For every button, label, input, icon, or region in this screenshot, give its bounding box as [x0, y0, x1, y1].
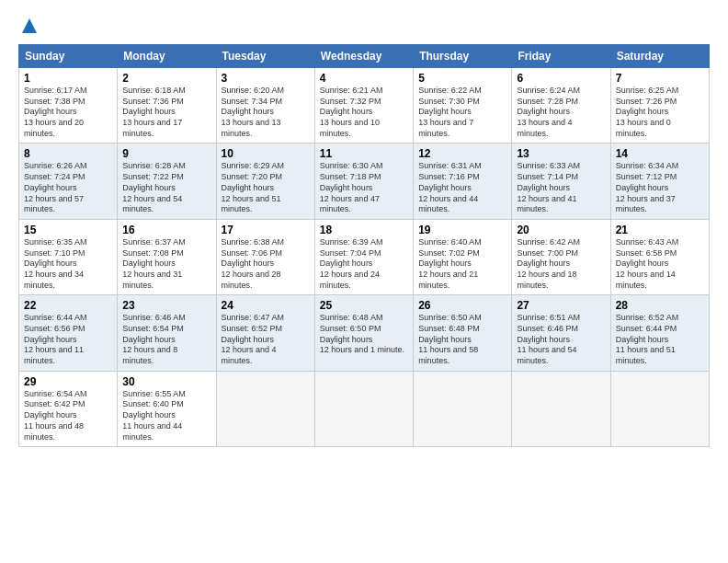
day-info: Sunrise: 6:40 AMSunset: 7:02 PMDaylight … [418, 237, 506, 291]
day-number: 3 [222, 72, 310, 85]
day-info: Sunrise: 6:50 AMSunset: 6:48 PMDaylight … [418, 313, 506, 366]
day-info: Sunrise: 6:21 AMSunset: 7:32 PMDaylight … [320, 86, 408, 139]
day-info: Sunrise: 6:46 AMSunset: 6:54 PMDaylight … [122, 313, 210, 366]
day-info: Sunrise: 6:26 AMSunset: 7:24 PMDaylight … [24, 161, 112, 214]
calendar-week-row: 15Sunrise: 6:35 AMSunset: 7:10 PMDayligh… [19, 219, 710, 294]
table-row: 6Sunrise: 6:24 AMSunset: 7:28 PMDaylight… [512, 68, 610, 144]
day-number: 13 [517, 147, 605, 160]
table-row [414, 371, 512, 446]
header-tuesday: Tuesday [216, 45, 314, 68]
day-info: Sunrise: 6:55 AMSunset: 6:40 PMDaylight … [122, 389, 210, 442]
table-row [314, 371, 413, 446]
table-row: 3Sunrise: 6:20 AMSunset: 7:34 PMDaylight… [216, 68, 314, 144]
day-number: 2 [122, 72, 210, 85]
table-row: 1Sunrise: 6:17 AMSunset: 7:38 PMDaylight… [19, 68, 118, 144]
calendar-week-row: 8Sunrise: 6:26 AMSunset: 7:24 PMDaylight… [19, 144, 710, 219]
table-row: 24Sunrise: 6:47 AMSunset: 6:52 PMDayligh… [216, 295, 314, 371]
header-saturday: Saturday [610, 45, 709, 68]
day-number: 20 [517, 224, 605, 236]
day-info: Sunrise: 6:35 AMSunset: 7:10 PMDaylight … [24, 237, 112, 291]
day-number: 5 [418, 72, 506, 85]
day-number: 14 [616, 147, 704, 160]
day-info: Sunrise: 6:39 AMSunset: 7:04 PMDaylight … [320, 237, 408, 291]
day-info: Sunrise: 6:17 AMSunset: 7:38 PMDaylight … [24, 86, 112, 139]
table-row: 25Sunrise: 6:48 AMSunset: 6:50 PMDayligh… [314, 295, 413, 371]
table-row: 7Sunrise: 6:25 AMSunset: 7:26 PMDaylight… [610, 68, 709, 144]
header [18, 17, 710, 35]
table-row: 27Sunrise: 6:51 AMSunset: 6:46 PMDayligh… [512, 295, 610, 371]
table-row [512, 371, 610, 446]
day-info: Sunrise: 6:20 AMSunset: 7:34 PMDaylight … [222, 86, 310, 139]
calendar-week-row: 1Sunrise: 6:17 AMSunset: 7:38 PMDaylight… [19, 68, 710, 144]
table-row: 15Sunrise: 6:35 AMSunset: 7:10 PMDayligh… [19, 219, 118, 294]
table-row: 30Sunrise: 6:55 AMSunset: 6:40 PMDayligh… [118, 371, 216, 446]
day-number: 28 [616, 299, 704, 312]
day-info: Sunrise: 6:44 AMSunset: 6:56 PMDaylight … [24, 313, 112, 366]
day-info: Sunrise: 6:37 AMSunset: 7:08 PMDaylight … [122, 237, 210, 291]
page: Sunday Monday Tuesday Wednesday Thursday… [0, 0, 728, 563]
day-info: Sunrise: 6:24 AMSunset: 7:28 PMDaylight … [517, 86, 605, 139]
day-number: 27 [517, 299, 605, 312]
table-row: 12Sunrise: 6:31 AMSunset: 7:16 PMDayligh… [414, 144, 512, 219]
header-friday: Friday [512, 45, 610, 68]
day-number: 23 [122, 299, 210, 312]
day-number: 30 [122, 375, 210, 388]
day-number: 25 [320, 299, 408, 312]
day-info: Sunrise: 6:34 AMSunset: 7:12 PMDaylight … [616, 161, 704, 214]
day-info: Sunrise: 6:52 AMSunset: 6:44 PMDaylight … [616, 313, 704, 366]
header-sunday: Sunday [19, 45, 118, 68]
table-row: 10Sunrise: 6:29 AMSunset: 7:20 PMDayligh… [216, 144, 314, 219]
day-info: Sunrise: 6:42 AMSunset: 7:00 PMDaylight … [517, 237, 605, 291]
day-info: Sunrise: 6:47 AMSunset: 6:52 PMDaylight … [222, 313, 310, 366]
day-info: Sunrise: 6:18 AMSunset: 7:36 PMDaylight … [122, 86, 210, 139]
table-row: 28Sunrise: 6:52 AMSunset: 6:44 PMDayligh… [610, 295, 709, 371]
table-row: 19Sunrise: 6:40 AMSunset: 7:02 PMDayligh… [414, 219, 512, 294]
table-row [216, 371, 314, 446]
day-number: 12 [418, 147, 506, 160]
calendar-week-row: 22Sunrise: 6:44 AMSunset: 6:56 PMDayligh… [19, 295, 710, 371]
day-info: Sunrise: 6:31 AMSunset: 7:16 PMDaylight … [418, 161, 506, 214]
day-number: 6 [517, 72, 605, 85]
day-info: Sunrise: 6:25 AMSunset: 7:26 PMDaylight … [616, 86, 704, 139]
day-number: 18 [320, 224, 408, 236]
table-row: 23Sunrise: 6:46 AMSunset: 6:54 PMDayligh… [118, 295, 216, 371]
day-number: 22 [24, 299, 112, 312]
table-row: 14Sunrise: 6:34 AMSunset: 7:12 PMDayligh… [610, 144, 709, 219]
table-row: 13Sunrise: 6:33 AMSunset: 7:14 PMDayligh… [512, 144, 610, 219]
table-row: 18Sunrise: 6:39 AMSunset: 7:04 PMDayligh… [314, 219, 413, 294]
day-number: 17 [222, 224, 310, 236]
day-number: 11 [320, 147, 408, 160]
day-number: 8 [24, 147, 112, 160]
day-info: Sunrise: 6:43 AMSunset: 6:58 PMDaylight … [616, 237, 704, 291]
table-row [610, 371, 709, 446]
header-thursday: Thursday [414, 45, 512, 68]
day-info: Sunrise: 6:51 AMSunset: 6:46 PMDaylight … [517, 313, 605, 366]
day-info: Sunrise: 6:38 AMSunset: 7:06 PMDaylight … [222, 237, 310, 291]
day-number: 26 [418, 299, 506, 312]
day-number: 1 [24, 72, 112, 85]
calendar-week-row: 29Sunrise: 6:54 AMSunset: 6:42 PMDayligh… [19, 371, 710, 446]
day-info: Sunrise: 6:48 AMSunset: 6:50 PMDaylight … [320, 313, 408, 356]
day-info: Sunrise: 6:29 AMSunset: 7:20 PMDaylight … [222, 161, 310, 214]
table-row: 16Sunrise: 6:37 AMSunset: 7:08 PMDayligh… [118, 219, 216, 294]
logo [18, 17, 39, 35]
day-number: 15 [24, 224, 112, 236]
day-info: Sunrise: 6:33 AMSunset: 7:14 PMDaylight … [517, 161, 605, 214]
day-info: Sunrise: 6:28 AMSunset: 7:22 PMDaylight … [122, 161, 210, 214]
table-row: 5Sunrise: 6:22 AMSunset: 7:30 PMDaylight… [414, 68, 512, 144]
day-number: 7 [616, 72, 704, 85]
table-row: 26Sunrise: 6:50 AMSunset: 6:48 PMDayligh… [414, 295, 512, 371]
day-info: Sunrise: 6:30 AMSunset: 7:18 PMDaylight … [320, 161, 408, 214]
day-number: 21 [616, 224, 704, 236]
calendar-table: Sunday Monday Tuesday Wednesday Thursday… [18, 44, 710, 447]
table-row: 17Sunrise: 6:38 AMSunset: 7:06 PMDayligh… [216, 219, 314, 294]
table-row: 4Sunrise: 6:21 AMSunset: 7:32 PMDaylight… [314, 68, 413, 144]
day-number: 24 [222, 299, 310, 312]
day-info: Sunrise: 6:22 AMSunset: 7:30 PMDaylight … [418, 86, 506, 139]
table-row: 2Sunrise: 6:18 AMSunset: 7:36 PMDaylight… [118, 68, 216, 144]
header-wednesday: Wednesday [314, 45, 413, 68]
day-number: 4 [320, 72, 408, 85]
day-number: 29 [24, 375, 112, 388]
header-monday: Monday [118, 45, 216, 68]
day-number: 16 [122, 224, 210, 236]
